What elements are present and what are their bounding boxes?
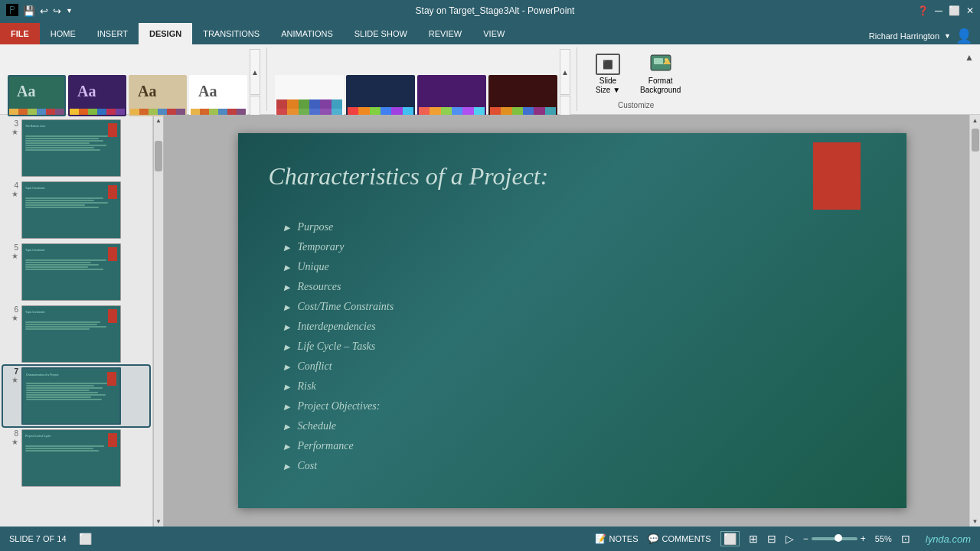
bullet-text-5: Cost/Time Constraints <box>298 301 394 313</box>
themes-scroll-up[interactable]: ▲ <box>250 49 260 95</box>
main-area: 3 ★ The Bottom Line: 4 <box>0 115 980 527</box>
bullet-arrow-1: ▶ <box>284 223 290 232</box>
user-dropdown-icon[interactable]: ▼ <box>944 32 951 40</box>
bullet-schedule: ▶ Schedule <box>284 420 876 432</box>
zoom-controls: − + <box>803 533 866 544</box>
canvas-scroll-up-arrow[interactable]: ▲ <box>970 115 981 126</box>
tab-home[interactable]: HOME <box>40 23 87 44</box>
slide-star-4: ★ <box>11 190 18 198</box>
reading-view-button[interactable]: ▷ <box>786 533 794 545</box>
slide-item-4[interactable]: 4 ★ Topic Constraint: <box>3 180 149 240</box>
minimize-button[interactable]: ─ <box>935 5 942 17</box>
zoom-in-button[interactable]: + <box>861 533 866 544</box>
slide-item-8[interactable]: 8 ★ Project Control Cycle: <box>3 428 149 488</box>
close-button[interactable]: ✕ <box>966 5 974 16</box>
slide-item-6[interactable]: 6 ★ Topic Constraint: <box>3 304 149 364</box>
slide-thumb-7[interactable]: Characteristics of a Project: <box>21 367 121 425</box>
variant-2[interactable] <box>346 75 415 116</box>
bullet-cost: ▶ Cost <box>284 460 876 472</box>
bullet-temporary: ▶ Temporary <box>284 241 876 253</box>
variant-1[interactable] <box>275 75 344 116</box>
slide-item-5[interactable]: 5 ★ Topic Constraint: <box>3 242 149 302</box>
bullet-text-1: Purpose <box>298 221 334 233</box>
bullet-cost-time: ▶ Cost/Time Constraints <box>284 301 876 313</box>
tab-slideshow[interactable]: SLIDE SHOW <box>344 23 418 44</box>
bullet-life-cycle: ▶ Life Cycle – Tasks <box>284 341 876 353</box>
slide-bullets: ▶ Purpose ▶ Temporary ▶ Unique ▶ Resourc… <box>284 221 876 480</box>
variants-scroll-up[interactable]: ▲ <box>560 49 570 95</box>
fit-slide-button[interactable]: ⊡ <box>901 533 910 545</box>
quick-more[interactable]: ▼ <box>66 7 73 15</box>
canvas-scroll-down-arrow[interactable]: ▼ <box>970 516 981 527</box>
title-bar: 🅿 💾 ↩ ↪ ▼ Stay on Target_Stage3Alt - Pow… <box>0 0 980 21</box>
zoom-level[interactable]: 55% <box>875 534 892 543</box>
format-background-button[interactable]: FormatBackground <box>634 51 687 98</box>
bullet-risk: ▶ Risk <box>284 380 876 393</box>
outline-view-button[interactable]: ⊞ <box>749 533 758 545</box>
slide-canvas: Characteristics of a Project: ▶ Purpose … <box>238 133 906 508</box>
slide-sorter-button[interactable]: ⊟ <box>767 533 776 545</box>
slide-number-8: 8 <box>14 429 18 438</box>
notes-icon: 📝 <box>595 533 606 544</box>
theme-2[interactable]: Aa <box>68 75 126 116</box>
theme-4[interactable]: Aa <box>189 75 247 116</box>
slide-star-5: ★ <box>11 252 18 260</box>
zoom-out-button[interactable]: − <box>803 533 808 544</box>
tab-transitions[interactable]: TRANSITIONS <box>192 23 270 44</box>
slide-size-button[interactable]: ⬛ SlideSize ▼ <box>585 51 631 98</box>
zoom-slider[interactable] <box>812 537 858 540</box>
slide-thumb-5[interactable]: Topic Constraint: <box>21 243 121 301</box>
slide-size-icon: ⬛ <box>596 54 620 75</box>
slide-panel-scrollbar[interactable]: ▲ ▼ <box>153 115 164 527</box>
help-icon[interactable]: ❓ <box>917 5 929 16</box>
slide-thumb-4[interactable]: Topic Constraint: <box>21 181 121 239</box>
slide-panel: 3 ★ The Bottom Line: 4 <box>0 115 153 527</box>
tab-animations[interactable]: ANIMATIONS <box>270 23 344 44</box>
scroll-down-arrow[interactable]: ▼ <box>153 516 164 527</box>
bullet-text-6: Interdependencies <box>298 321 376 333</box>
slide-view-icon[interactable]: ⬜ <box>79 533 92 545</box>
notes-button[interactable]: 📝 NOTES <box>595 533 639 544</box>
format-background-label: FormatBackground <box>640 77 681 95</box>
slide-thumb-6[interactable]: Topic Constraint: <box>21 305 121 363</box>
bullet-interdependencies: ▶ Interdependencies <box>284 321 876 333</box>
slide-item-7[interactable]: 7 ★ Characteristics of a Project: <box>3 366 149 426</box>
user-avatar: 👤 <box>956 28 972 44</box>
slide-number-3: 3 <box>14 119 18 128</box>
bullet-arrow-13: ▶ <box>284 462 290 471</box>
ribbon-content: Aa Aa <box>0 44 980 115</box>
bullet-arrow-3: ▶ <box>284 263 290 272</box>
quick-redo[interactable]: ↪ <box>53 5 61 17</box>
canvas-right-scrollbar[interactable]: ▲ ▼ <box>969 115 980 527</box>
slide-number-5: 5 <box>14 243 18 252</box>
restore-button[interactable]: ⬜ <box>949 5 960 16</box>
slide-thumb-8[interactable]: Project Control Cycle: <box>21 429 121 487</box>
bullet-text-2: Temporary <box>298 241 345 253</box>
comments-label: COMMENTS <box>662 534 711 543</box>
tab-design[interactable]: DESIGN <box>139 23 192 44</box>
tab-insert[interactable]: INSERT <box>87 23 139 44</box>
scroll-thumb[interactable] <box>155 141 162 171</box>
scroll-up-arrow[interactable]: ▲ <box>153 115 164 126</box>
slide-thumb-3[interactable]: The Bottom Line: <box>21 119 121 177</box>
variant-3[interactable] <box>417 75 486 116</box>
slide-number-6: 6 <box>14 305 18 314</box>
quick-save[interactable]: 💾 <box>23 5 35 17</box>
slide-red-decoration <box>813 142 861 210</box>
bullet-arrow-10: ▶ <box>284 403 290 411</box>
tab-file[interactable]: FILE <box>0 23 40 44</box>
theme-1[interactable]: Aa <box>8 75 66 116</box>
normal-view-button[interactable]: ⬜ <box>720 531 740 546</box>
tab-view[interactable]: VIEW <box>472 23 515 44</box>
bullet-arrow-11: ▶ <box>284 422 290 431</box>
canvas-scroll-thumb[interactable] <box>972 129 979 152</box>
variant-4[interactable] <box>488 75 557 116</box>
theme-3[interactable]: Aa <box>129 75 187 116</box>
bullet-objectives: ▶ Project Objectives: <box>284 400 876 412</box>
comments-button[interactable]: 💬 COMMENTS <box>648 533 711 544</box>
quick-undo[interactable]: ↩ <box>40 5 48 17</box>
themes-group: Aa Aa <box>5 47 267 111</box>
collapse-ribbon-button[interactable]: ▲ <box>963 51 975 64</box>
tab-review[interactable]: REVIEW <box>418 23 472 44</box>
slide-item-3[interactable]: 3 ★ The Bottom Line: <box>3 118 149 178</box>
